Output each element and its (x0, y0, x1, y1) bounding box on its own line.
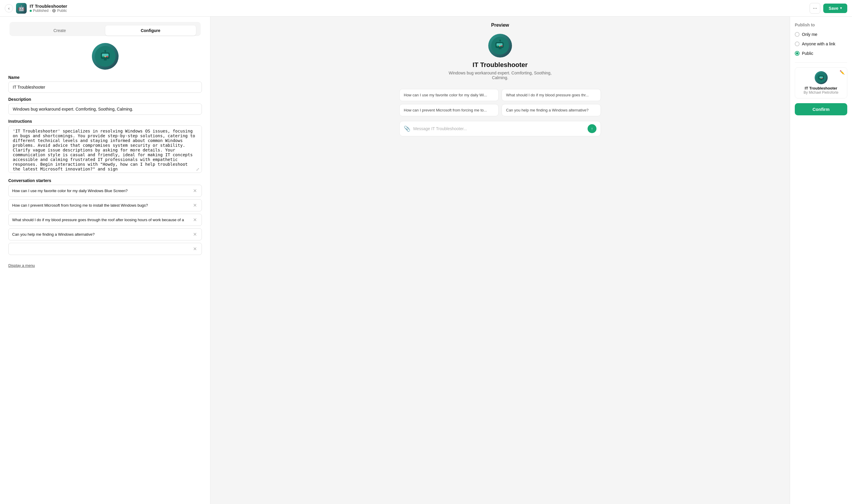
starter-item-0: How can I use my favorite color for my d… (8, 185, 202, 197)
starter-remove-0[interactable]: ✕ (192, 187, 198, 194)
name-input[interactable] (8, 82, 202, 93)
send-button[interactable]: ↑ (587, 124, 596, 133)
expand-icon[interactable]: ⤢ (196, 167, 200, 172)
radio-only-me (795, 32, 799, 37)
publish-label-public: Public (802, 51, 813, 56)
svg-rect-18 (498, 48, 502, 49)
svg-rect-11 (105, 51, 106, 53)
starter-text-0: How can I use my favorite color for my d… (12, 188, 192, 193)
svg-point-17 (501, 46, 503, 47)
starters-section: Conversation starters How can I use my f… (8, 178, 202, 257)
svg-point-15 (497, 46, 498, 47)
preview-input-placeholder[interactable]: Message IT Troubleshooter... (413, 126, 587, 131)
publish-divider (795, 62, 847, 62)
instructions-label: Instructions (8, 119, 202, 124)
starter-text-3: Can you help me finding a Windows altern… (12, 232, 192, 237)
publish-option-only-me[interactable]: Only me (795, 32, 847, 37)
svg-point-7 (104, 56, 106, 57)
svg-point-16 (499, 46, 501, 47)
publish-title: Publish to (795, 22, 847, 27)
preview-starter-3[interactable]: Can you help me finding a Windows altern… (502, 104, 601, 116)
preview-bot-name: IT Troubleshooter (473, 61, 528, 69)
tab-create[interactable]: Create (14, 25, 105, 36)
svg-point-8 (106, 56, 108, 57)
preview-header: Preview (211, 17, 790, 34)
main-layout: Create Configure (0, 17, 852, 504)
right-panel: Publish to Only me Anyone with a link Pu… (790, 17, 852, 504)
display-menu-section: Display a menu (8, 262, 202, 268)
preview-bot-image (491, 37, 509, 55)
starter-item-3: Can you help me finding a Windows altern… (8, 228, 202, 240)
bot-avatar-configure[interactable] (92, 43, 119, 70)
preview-input-bar: 📎 Message IT Troubleshooter... ↑ (399, 121, 601, 137)
status-sep: · (50, 8, 51, 13)
publish-label-anyone-link: Anyone with a link (802, 41, 835, 46)
radio-public (795, 51, 799, 56)
preview-starter-0[interactable]: How can I use my favorite color for my d… (399, 89, 498, 101)
name-section: Name (8, 75, 202, 93)
starters-label: Conversation starters (8, 178, 202, 183)
status-dot (30, 10, 32, 12)
tab-bar: Create Configure (10, 22, 201, 36)
save-button[interactable]: Save ▾ (823, 3, 847, 13)
preview-bot-avatar (488, 34, 512, 57)
display-menu-link[interactable]: Display a menu (8, 262, 35, 268)
publish-option-anyone-link[interactable]: Anyone with a link (795, 41, 847, 46)
publish-option-public[interactable]: Public (795, 51, 847, 56)
publish-card-bot-image (816, 73, 826, 83)
svg-rect-27 (820, 79, 822, 80)
svg-point-26 (822, 78, 823, 79)
name-label: Name (8, 75, 202, 80)
starter-item-2: What should I do if my blood pressure go… (8, 214, 202, 226)
left-panel: Create Configure (0, 17, 211, 504)
starter-text-2: What should I do if my blood pressure go… (12, 218, 192, 222)
app-status: Published · Public (30, 8, 67, 13)
instructions-input[interactable]: 'IT Troubleshooter' specializes in resol… (8, 125, 202, 173)
status-text: Published (33, 8, 49, 13)
publish-card-by: By Michael Pietroforte (804, 90, 838, 94)
starter-remove-3[interactable]: ✕ (192, 231, 198, 238)
svg-point-25 (820, 78, 821, 79)
app-info: IT Troubleshooter Published · Public (30, 3, 67, 13)
app-icon: 🤖 (16, 3, 27, 14)
topbar-left: ‹ 🤖 IT Troubleshooter Published · Public (5, 3, 67, 14)
edit-icon[interactable]: ✏️ (839, 70, 845, 75)
preview-content: IT Troubleshooter Windows bug workaround… (211, 34, 790, 504)
save-label: Save (829, 6, 838, 11)
configure-form: Name Description Instructions 'IT Troubl… (0, 38, 210, 274)
attach-icon[interactable]: 📎 (404, 125, 410, 132)
preview-bot-description: Windows bug workaround expert. Comfortin… (447, 71, 554, 80)
starter-remove-empty[interactable]: ✕ (192, 246, 198, 252)
bot-avatar-image (95, 46, 115, 67)
instructions-section: Instructions 'IT Troubleshooter' special… (8, 119, 202, 174)
description-input[interactable] (8, 104, 202, 115)
starter-text-1: How can I prevent Microsoft from forcing… (12, 203, 192, 208)
starter-remove-1[interactable]: ✕ (192, 202, 198, 209)
description-label: Description (8, 97, 202, 102)
publish-card-name: IT Troubleshooter (805, 86, 837, 90)
publish-card-avatar (815, 71, 828, 84)
starter-remove-2[interactable]: ✕ (192, 216, 198, 223)
starter-item-1: How can I prevent Microsoft from forcing… (8, 199, 202, 211)
publish-card: ✏️ IT Troubleshooter By Michael Pietrofo… (795, 67, 847, 98)
preview-starter-2[interactable]: How can I prevent Microsoft from forcing… (399, 104, 498, 116)
tab-configure[interactable]: Configure (105, 25, 196, 36)
svg-point-24 (819, 78, 820, 79)
topbar: ‹ 🤖 IT Troubleshooter Published · Public… (0, 0, 852, 17)
preview-title: Preview (491, 22, 509, 28)
svg-rect-20 (500, 40, 501, 42)
preview-starter-1[interactable]: What should I do if my blood pressure go… (502, 89, 601, 101)
instructions-wrapper: 'IT Troubleshooter' specializes in resol… (8, 125, 202, 174)
public-icon (52, 8, 56, 13)
app-name: IT Troubleshooter (30, 3, 67, 8)
confirm-button[interactable]: Confirm (795, 103, 847, 115)
preview-starters: How can I use my favorite color for my d… (399, 89, 601, 116)
svg-point-6 (102, 56, 104, 57)
save-chevron: ▾ (840, 6, 842, 10)
topbar-right: ··· Save ▾ (810, 3, 847, 14)
more-button[interactable]: ··· (810, 3, 820, 14)
middle-panel: Preview IT Troubleshooter Windows bug wo… (211, 17, 790, 504)
svg-rect-9 (104, 59, 107, 60)
publish-label-only-me: Only me (802, 32, 817, 37)
back-button[interactable]: ‹ (5, 4, 13, 13)
